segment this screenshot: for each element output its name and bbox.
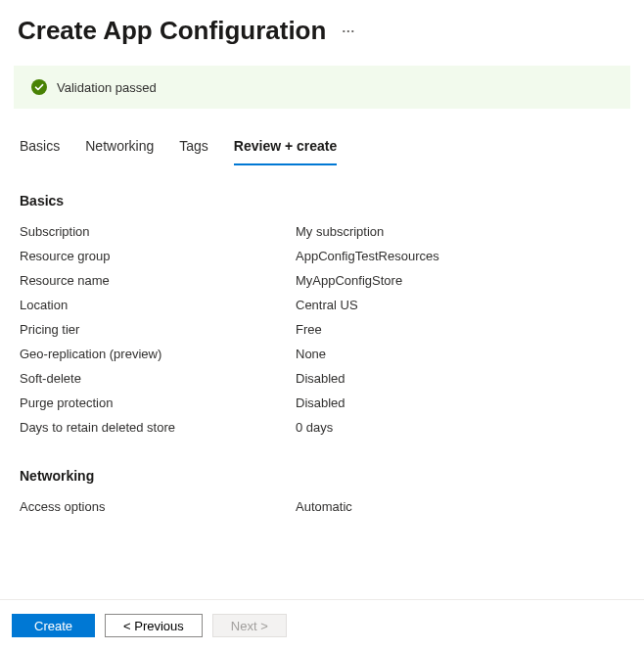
page-title: Create App Configuration: [18, 16, 326, 46]
summary-val: Central US: [296, 298, 358, 312]
summary-key: Subscription: [20, 224, 296, 239]
validation-banner: Validation passed: [14, 66, 630, 109]
tab-tags[interactable]: Tags: [179, 138, 208, 165]
summary-key: Resource name: [20, 273, 296, 288]
next-button: Next >: [212, 614, 287, 637]
wizard-footer: Create < Previous Next >: [0, 599, 644, 651]
summary-row: Access options Automatic: [20, 499, 624, 514]
wizard-tabs: Basics Networking Tags Review + create: [0, 109, 644, 165]
summary-row: Resource group AppConfigTestResources: [20, 249, 624, 263]
summary-row: Days to retain deleted store 0 days: [20, 420, 624, 435]
summary-key: Soft-delete: [20, 371, 296, 386]
more-actions-icon[interactable]: ···: [342, 23, 355, 38]
summary-val: 0 days: [296, 420, 333, 435]
summary-row: Pricing tier Free: [20, 322, 624, 337]
summary-val: MyAppConfigStore: [296, 273, 402, 288]
tab-networking[interactable]: Networking: [85, 138, 154, 165]
summary-row: Purge protection Disabled: [20, 395, 624, 410]
summary-row: Subscription My subscription: [20, 224, 624, 239]
summary-key: Resource group: [20, 249, 296, 263]
section-title-basics: Basics: [20, 193, 624, 209]
summary-key: Geo-replication (preview): [20, 347, 296, 361]
section-title-networking: Networking: [20, 468, 624, 484]
summary-key: Pricing tier: [20, 322, 296, 337]
summary-val: Disabled: [296, 371, 345, 386]
summary-key: Purge protection: [20, 395, 296, 410]
summary-val: My subscription: [296, 224, 384, 239]
summary-row: Resource name MyAppConfigStore: [20, 273, 624, 288]
summary-val: None: [296, 347, 326, 361]
summary-val: AppConfigTestResources: [296, 249, 439, 263]
summary-val: Automatic: [296, 499, 352, 514]
summary-row: Location Central US: [20, 298, 624, 312]
summary-key: Location: [20, 298, 296, 312]
svg-point-0: [31, 79, 47, 95]
summary-row: Geo-replication (preview) None: [20, 347, 624, 361]
summary-val: Disabled: [296, 395, 345, 410]
create-button[interactable]: Create: [12, 614, 95, 637]
summary-row: Soft-delete Disabled: [20, 371, 624, 386]
page-header: Create App Configuration ···: [0, 0, 644, 66]
review-content: Basics Subscription My subscription Reso…: [0, 165, 644, 534]
summary-val: Free: [296, 322, 322, 337]
summary-key: Access options: [20, 499, 296, 514]
summary-key: Days to retain deleted store: [20, 420, 296, 435]
tab-review-create[interactable]: Review + create: [234, 138, 337, 165]
previous-button[interactable]: < Previous: [105, 614, 203, 637]
validation-message: Validation passed: [57, 80, 157, 95]
success-check-icon: [31, 79, 47, 95]
tab-basics[interactable]: Basics: [20, 138, 60, 165]
